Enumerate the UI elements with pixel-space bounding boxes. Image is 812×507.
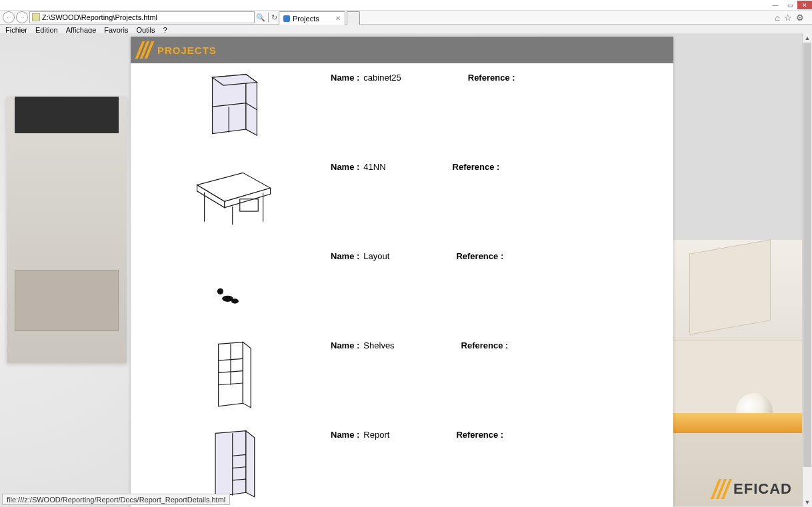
settings-icon[interactable]: ⚙ xyxy=(796,13,804,23)
status-bar: file:///z:/SWOOD/Reporting/Report/Docs/R… xyxy=(2,494,230,505)
project-row[interactable]: Name : Shelves Reference : xyxy=(131,331,673,420)
brand-logo: EFICAD xyxy=(715,479,792,499)
menu-affichage[interactable]: Affichage xyxy=(65,26,98,34)
url-text: Z:\SWOOD\Reporting\Projects.html xyxy=(42,13,157,21)
report-title: PROJECTS xyxy=(157,45,217,56)
search-icon[interactable]: 🔍 xyxy=(256,13,265,22)
menu-help[interactable]: ? xyxy=(162,26,169,34)
back-button[interactable]: ← xyxy=(3,11,15,23)
project-name: 41NN xyxy=(363,162,385,234)
name-label: Name : xyxy=(331,340,359,412)
page-icon xyxy=(32,13,40,21)
name-label: Name : xyxy=(331,430,359,502)
brand-text: EFICAD xyxy=(733,480,792,498)
background-kitchen-art xyxy=(7,97,127,363)
project-thumbnail xyxy=(144,71,317,145)
menu-favoris[interactable]: Favoris xyxy=(103,26,129,34)
project-name: Layout xyxy=(363,251,389,323)
maximize-button[interactable]: ▭ xyxy=(783,1,797,9)
scroll-down-button[interactable]: ▼ xyxy=(803,498,812,507)
name-label: Name : xyxy=(331,162,359,234)
scroll-thumb[interactable] xyxy=(803,43,811,467)
project-thumbnail xyxy=(144,428,317,502)
project-row[interactable]: Name : cabinet25 Reference : xyxy=(131,63,673,153)
tab-favicon xyxy=(283,15,290,22)
vertical-scrollbar[interactable]: ▲ ▼ xyxy=(802,33,812,507)
svg-point-15 xyxy=(231,298,239,303)
reference-label: Reference : xyxy=(453,162,500,234)
scroll-up-button[interactable]: ▲ xyxy=(803,33,812,43)
project-thumbnail xyxy=(144,250,317,323)
titlebar: — ▭ ✕ xyxy=(0,0,812,11)
project-name: Shelves xyxy=(363,340,394,412)
reference-label: Reference : xyxy=(468,73,515,145)
reference-label: Reference : xyxy=(456,430,503,502)
refresh-button[interactable]: ↻ xyxy=(271,13,277,22)
svg-marker-17 xyxy=(243,342,251,408)
menu-fichier[interactable]: Fichier xyxy=(4,26,29,34)
project-row[interactable]: Name : 41NN Reference : xyxy=(131,153,673,242)
menu-outils[interactable]: Outils xyxy=(135,26,156,34)
menu-edition[interactable]: Edition xyxy=(34,26,59,34)
home-icon[interactable]: ⌂ xyxy=(775,13,780,23)
tab-title: Projects xyxy=(293,15,319,23)
page-viewport: PROJECTS Name : xyxy=(0,33,812,507)
name-label: Name : xyxy=(331,251,359,323)
address-bar: ← → Z:\SWOOD\Reporting\Projects.html 🔍 ↻… xyxy=(0,11,812,25)
brand-stripes-icon xyxy=(711,479,733,499)
svg-marker-23 xyxy=(246,431,255,497)
forward-button[interactable]: → xyxy=(16,11,28,23)
report-header: PROJECTS xyxy=(131,37,673,63)
favorites-icon[interactable]: ☆ xyxy=(784,13,792,23)
tab-close-button[interactable]: ✕ xyxy=(335,15,341,22)
project-list: Name : cabinet25 Reference : xyxy=(131,63,673,507)
new-tab-button[interactable] xyxy=(347,11,360,25)
project-thumbnail xyxy=(144,339,317,412)
name-label: Name : xyxy=(331,73,359,145)
svg-point-13 xyxy=(217,288,223,294)
project-name: Report xyxy=(363,430,389,502)
reference-label: Reference : xyxy=(456,251,503,323)
reference-label: Reference : xyxy=(461,340,509,412)
browser-tab[interactable]: Projects ✕ xyxy=(279,11,345,25)
status-text: file:///z:/SWOOD/Reporting/Report/Docs/R… xyxy=(7,496,225,504)
url-field[interactable]: Z:\SWOOD\Reporting\Projects.html xyxy=(29,11,255,23)
logo-stripes-icon xyxy=(135,41,156,59)
minimize-button[interactable]: — xyxy=(768,1,783,9)
close-button[interactable]: ✕ xyxy=(797,1,812,9)
report-panel: PROJECTS Name : xyxy=(131,37,673,507)
project-thumbnail xyxy=(144,161,317,234)
project-name: cabinet25 xyxy=(363,73,401,145)
svg-marker-22 xyxy=(215,431,246,497)
background-cnc-art xyxy=(669,240,803,506)
separator xyxy=(268,13,269,22)
project-row[interactable]: Name : Layout Reference : xyxy=(131,242,673,331)
